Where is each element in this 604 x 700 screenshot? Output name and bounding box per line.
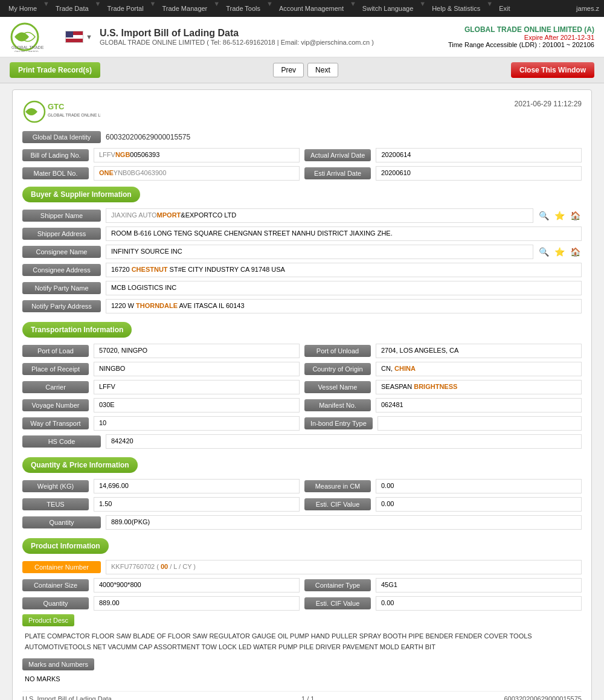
port-of-unload-label: Port of Unload: [304, 345, 371, 357]
container-size-field: Container Size 4000*900*800: [22, 578, 300, 592]
vessel-name-field: Vessel Name SEASPAN BRIGHTNESS: [304, 380, 582, 394]
bill-of-lading-field: Bill of Lading No. LFFVNGB00506393: [22, 148, 300, 162]
flag-dropdown[interactable]: ▼: [86, 33, 92, 40]
prod-quantity-label: Quantity: [22, 597, 89, 609]
next-button[interactable]: Next: [307, 63, 338, 77]
weight-measure-row: Weight (KG) 14,696.00 Measure in CM 0.00: [22, 479, 582, 493]
transport-bond-row: Way of Transport 10 In-bond Entry Type: [22, 416, 582, 431]
notify-party-name-row: Notify Party Name MCB LOGISTICS INC: [22, 281, 582, 295]
nav-buttons: Prev Next: [273, 63, 338, 77]
close-button[interactable]: Close This Window: [511, 62, 594, 78]
vessel-name-value: SEASPAN BRIGHTNESS: [376, 380, 582, 394]
weight-field: Weight (KG) 14,696.00: [22, 479, 300, 493]
product-desc-value: PLATE COMPACTOR FLOOR SAW BLADE OF FLOOR…: [22, 629, 582, 655]
print-button[interactable]: Print Trade Record(s): [10, 62, 100, 78]
teus-field: TEUS 1.50: [22, 497, 300, 512]
bottom-page: 1 / 1: [301, 695, 314, 700]
mater-bol-value: ONEYNB0BG4063900: [94, 166, 300, 181]
actual-arrival-value: 20200614: [376, 148, 582, 162]
shipper-name-value: JIAXING AUTOMPORT&EXPORTCO LTD: [106, 208, 533, 223]
prod-cif-field: Esti. CIF Value 0.00: [304, 596, 582, 611]
container-type-field: Container Type 45G1: [304, 578, 582, 592]
nav-account-management[interactable]: Account Management: [275, 0, 347, 17]
prev-button[interactable]: Prev: [273, 63, 304, 77]
port-of-load-value: 57020, NINGPO: [94, 344, 300, 358]
port-of-unload-value: 2704, LOS ANGELES, CA: [376, 344, 582, 358]
esti-cif-value: 0.00: [376, 497, 582, 512]
card-logo: GTC GLOBAL TRADE ONLINE LIMITED: [22, 100, 101, 124]
flag-icon: [65, 31, 83, 43]
manifest-no-value: 062481: [376, 398, 582, 413]
mater-bol-label: Mater BOL No.: [22, 167, 89, 179]
nav-help-statistics[interactable]: Help & Statistics: [428, 0, 484, 17]
notify-party-address-row: Notify Party Address 1220 W THORNDALE AV…: [22, 299, 582, 313]
product-desc-label: Product Desc: [22, 614, 74, 626]
country-of-origin-label: Country of Origin: [304, 363, 371, 375]
nav-my-home[interactable]: My Home: [5, 0, 40, 17]
mater-bol-field: Mater BOL No. ONEYNB0BG4063900: [22, 166, 300, 181]
nav-trade-data[interactable]: Trade Data: [52, 0, 92, 17]
notify-party-address-value: 1220 W THORNDALE AVE ITASCA IL 60143: [106, 299, 582, 313]
quantity-price-section: Quantity & Price Information Weight (KG)…: [22, 455, 582, 530]
prod-qty-cif-row: Quantity 889.00 Esti. CIF Value 0.00: [22, 596, 582, 611]
svg-text:GTC: GTC: [48, 102, 65, 111]
marks-value: NO MARKS: [22, 673, 582, 685]
shipper-name-row: Shipper Name JIAXING AUTOMPORT&EXPORTCO …: [22, 208, 582, 223]
shipper-search-icon[interactable]: 🔍: [537, 209, 550, 222]
consignee-name-value: INFINITY SOURCE INC: [106, 245, 533, 259]
consignee-search-icon[interactable]: 🔍: [537, 245, 550, 258]
nav-trade-portal[interactable]: Trade Portal: [103, 0, 147, 17]
carrier-value: LFFV: [94, 380, 300, 394]
global-data-identity-value: 600320200629000015575: [106, 133, 190, 141]
container-size-value: 4000*900*800: [94, 578, 300, 592]
weight-value: 14,696.00: [94, 479, 300, 493]
bill-of-lading-label: Bill of Lading No.: [22, 149, 89, 161]
container-number-value: KKFU7760702 ( 00 / L / CY ): [106, 560, 582, 574]
container-size-label: Container Size: [22, 579, 89, 591]
page-header: GLOBAL TRADE ONLINE LIMITED ▼ U.S. Impor…: [0, 17, 604, 57]
country-of-origin-field: Country of Origin CN, CHINA: [304, 362, 582, 376]
transportation-header: Transportation Information: [22, 322, 132, 338]
product-info-header: Product Information: [22, 538, 109, 554]
port-of-load-label: Port of Load: [22, 345, 89, 357]
top-toolbar: Print Trade Record(s) Prev Next Close Th…: [0, 57, 604, 83]
place-of-receipt-value: NINGBO: [94, 362, 300, 376]
port-row: Port of Load 57020, NINGPO Port of Unloa…: [22, 344, 582, 358]
shipper-star-icon[interactable]: ⭐: [553, 209, 566, 222]
notify-party-address-label: Notify Party Address: [22, 300, 101, 312]
voyage-number-label: Voyage Number: [22, 399, 89, 411]
hs-code-value: 842420: [106, 434, 582, 449]
top-navigation: My Home ▼ Trade Data ▼ Trade Portal ▼ Tr…: [0, 0, 604, 17]
shipper-address-label: Shipper Address: [22, 228, 101, 240]
teus-cif-row: TEUS 1.50 Esti. CIF Value 0.00: [22, 497, 582, 512]
hs-code-row: HS Code 842420: [22, 434, 582, 449]
consignee-home-icon[interactable]: 🏠: [568, 245, 582, 258]
marks-label: Marks and Numbers: [22, 658, 94, 670]
measure-value: 0.00: [376, 479, 582, 493]
quantity-value: 889.00(PKG): [106, 515, 582, 530]
global-data-identity-label: Global Data Identity: [22, 131, 101, 143]
esti-arrival-field: Esti Arrival Date 20200610: [304, 166, 582, 181]
prod-cif-label: Esti. CIF Value: [304, 597, 371, 609]
buyer-supplier-section: Buyer & Supplier Information Shipper Nam…: [22, 184, 582, 313]
main-content: GTC GLOBAL TRADE ONLINE LIMITED 2021-06-…: [0, 83, 604, 700]
carrier-vessel-row: Carrier LFFV Vessel Name SEASPAN BRIGHTN…: [22, 380, 582, 394]
nav-trade-manager[interactable]: Trade Manager: [158, 0, 211, 17]
shipper-home-icon[interactable]: 🏠: [568, 209, 582, 222]
shipper-icons: 🔍 ⭐ 🏠: [537, 209, 582, 222]
bill-of-lading-value: LFFVNGB00506393: [94, 148, 300, 162]
container-type-label: Container Type: [304, 579, 371, 591]
esti-arrival-value: 20200610: [376, 166, 582, 181]
page-subtitle: GLOBAL TRADE ONLINE LIMITED ( Tel: 86-51…: [100, 39, 374, 46]
nav-trade-tools[interactable]: Trade Tools: [222, 0, 264, 17]
consignee-star-icon[interactable]: ⭐: [553, 245, 566, 258]
nav-exit[interactable]: Exit: [495, 0, 513, 17]
nav-switch-language[interactable]: Switch Language: [359, 0, 417, 17]
logo-icon: GLOBAL TRADE ONLINE LIMITED: [10, 22, 58, 52]
carrier-label: Carrier: [22, 381, 89, 393]
user-label: james.z: [576, 5, 599, 12]
ldr-info: Time Range Accessible (LDR) : 201001 ~ 2…: [448, 41, 594, 48]
country-of-origin-value: CN, CHINA: [376, 362, 582, 376]
svg-text:GLOBAL TRADE ONLINE LIMITED: GLOBAL TRADE ONLINE LIMITED: [48, 113, 101, 117]
transportation-section: Transportation Information Port of Load …: [22, 319, 582, 449]
